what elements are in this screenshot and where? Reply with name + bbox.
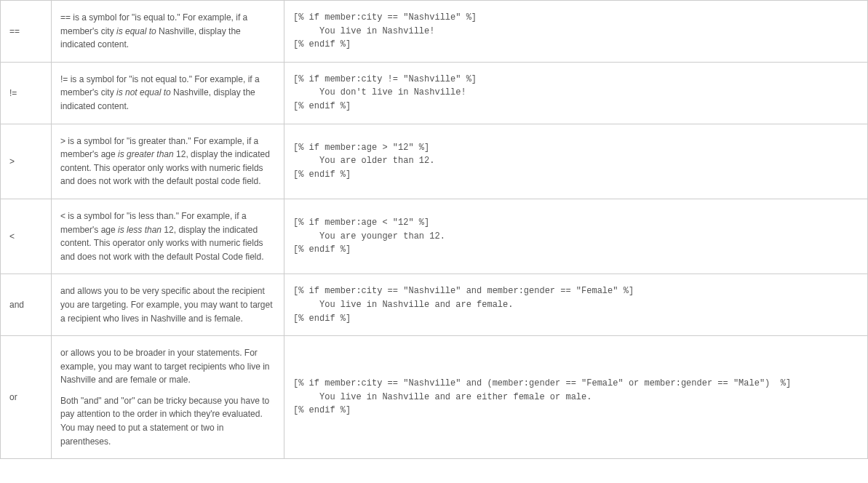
code-cell: [% if member:age > "12" %] You are older…: [284, 124, 868, 199]
table-row: andand allows you to be very specific ab…: [1, 274, 868, 336]
operator-cell: or: [1, 336, 52, 459]
description-cell: > is a symbol for "is greater than." For…: [52, 124, 284, 199]
description-cell: and allows you to be very specific about…: [52, 274, 284, 336]
operator-cell: >: [1, 124, 52, 199]
code-cell: [% if member:city == "Nashville" %] You …: [284, 1, 868, 63]
operator-cell: ==: [1, 1, 52, 63]
table-row: !=!= is a symbol for "is not equal to." …: [1, 62, 868, 124]
operators-tbody: ==== is a symbol for "is equal to." For …: [1, 1, 868, 459]
code-cell: [% if member:city != "Nashville" %] You …: [284, 62, 868, 124]
table-row: << is a symbol for "is less than." For e…: [1, 199, 868, 274]
description-cell: < is a symbol for "is less than." For ex…: [52, 199, 284, 274]
table-row: ==== is a symbol for "is equal to." For …: [1, 1, 868, 63]
code-cell: [% if member:age < "12" %] You are young…: [284, 199, 868, 274]
description-cell: or allows you to be broader in your stat…: [52, 336, 284, 459]
code-cell: [% if member:city == "Nashville" and mem…: [284, 274, 868, 336]
operators-table: ==== is a symbol for "is equal to." For …: [0, 0, 868, 459]
table-row: oror allows you to be broader in your st…: [1, 336, 868, 459]
operator-cell: and: [1, 274, 52, 336]
operator-cell: !=: [1, 62, 52, 124]
operator-cell: <: [1, 199, 52, 274]
code-cell: [% if member:city == "Nashville" and (me…: [284, 336, 868, 459]
table-row: >> is a symbol for "is greater than." Fo…: [1, 124, 868, 199]
description-cell: == is a symbol for "is equal to." For ex…: [52, 1, 284, 63]
description-cell: != is a symbol for "is not equal to." Fo…: [52, 62, 284, 124]
